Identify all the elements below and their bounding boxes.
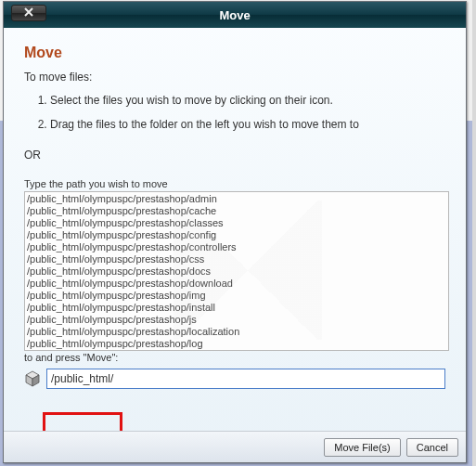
move-dialog: Move Move To move files: Select the file…	[3, 1, 467, 463]
dialog-title: Move	[4, 8, 466, 22]
dialog-titlebar: Move	[4, 2, 466, 28]
path-list-item[interactable]: /public_html/olympuspc/prestashop/img	[27, 290, 446, 302]
type-path-label: Type the path you wish to move	[24, 178, 445, 189]
path-list-item[interactable]: /public_html/olympuspc/prestashop/config	[27, 229, 446, 241]
close-button[interactable]	[11, 5, 46, 21]
path-list-item[interactable]: /public_html/olympuspc/prestashop/docs	[27, 265, 446, 278]
move-files-button[interactable]: Move File(s)	[324, 438, 401, 457]
step-item: Select the files you wish to move by cli…	[50, 93, 445, 108]
press-move-label: to and press "Move":	[24, 352, 445, 363]
dialog-footer: Move File(s) Cancel	[4, 431, 466, 462]
cancel-button[interactable]: Cancel	[406, 438, 458, 457]
highlight-callout	[43, 412, 122, 431]
path-list-item[interactable]: /public_html/olympuspc/prestashop/js	[27, 314, 446, 326]
cube-icon	[24, 370, 41, 387]
path-list-item[interactable]: /public_html/olympuspc/prestashop/log	[27, 338, 446, 350]
step-item: Drag the files to the folder on the left…	[50, 117, 445, 132]
path-list-item[interactable]: /public_html/olympuspc/prestashop/admin	[27, 193, 446, 205]
path-list-item[interactable]: /public_html/olympuspc/prestashop/instal…	[27, 302, 446, 314]
path-list-item[interactable]: /public_html/olympuspc/prestashop/contro…	[27, 241, 446, 253]
path-list-item[interactable]: /public_html/olympuspc/prestashop/classe…	[27, 217, 446, 229]
path-list-item[interactable]: /public_html/olympuspc/prestashop/cache	[27, 205, 446, 217]
steps-list: Select the files you wish to move by cli…	[24, 93, 445, 132]
path-list-item[interactable]: /public_html/olympuspc/prestashop/locali…	[27, 326, 446, 338]
destination-path-input[interactable]	[46, 369, 445, 389]
or-label: OR	[24, 149, 445, 162]
path-list-item[interactable]: /public_html/olympuspc/prestashop/downlo…	[27, 278, 446, 290]
dialog-body: Move To move files: Select the files you…	[4, 28, 466, 431]
path-list-item[interactable]: /public_html/olympuspc/prestashop/css	[27, 253, 446, 265]
path-list-item[interactable]: /public_html/olympuspc/prestashop/mails	[27, 350, 446, 351]
intro-text: To move files:	[24, 71, 445, 84]
heading: Move	[24, 45, 445, 61]
close-icon	[24, 6, 33, 19]
path-listbox[interactable]: /public_html/olympuspc/prestashop/admin/…	[24, 191, 449, 351]
